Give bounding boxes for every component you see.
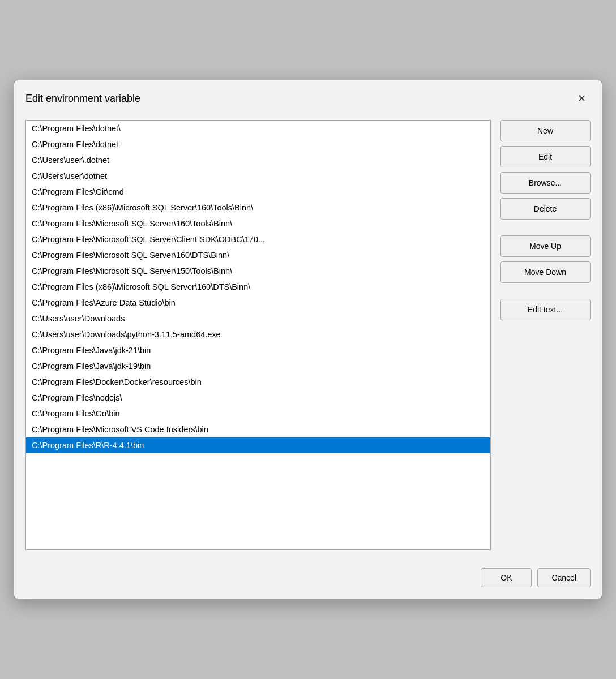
dialog-footer: OK Cancel	[14, 561, 602, 599]
list-item[interactable]: C:\Program Files\Azure Data Studio\bin	[26, 295, 490, 311]
edit-env-var-dialog: Edit environment variable ✕ C:\Program F…	[14, 80, 602, 599]
list-item[interactable]: C:\Program Files\dotnet	[26, 136, 490, 152]
edit-text-button[interactable]: Edit text...	[500, 299, 591, 320]
new-button[interactable]: New	[500, 120, 591, 141]
list-item[interactable]: C:\Users\user\dotnet	[26, 168, 490, 184]
move-down-button[interactable]: Move Down	[500, 261, 591, 283]
title-bar: Edit environment variable ✕	[14, 80, 602, 114]
list-item[interactable]: C:\Program Files\Microsoft SQL Server\Cl…	[26, 231, 490, 247]
spacer2	[500, 287, 591, 294]
dialog-content: C:\Program Files\dotnet\C:\Program Files…	[14, 114, 602, 561]
list-item[interactable]: C:\Program Files (x86)\Microsoft SQL Ser…	[26, 279, 490, 295]
cancel-button[interactable]: Cancel	[537, 568, 591, 587]
env-var-list[interactable]: C:\Program Files\dotnet\C:\Program Files…	[25, 120, 491, 550]
spacer1	[500, 224, 591, 231]
list-item[interactable]: C:\Program Files\dotnet\	[26, 121, 490, 136]
list-item[interactable]: C:\Program Files\Java\jdk-21\bin	[26, 342, 490, 358]
list-item[interactable]: C:\Program Files\Go\bin	[26, 406, 490, 422]
delete-button[interactable]: Delete	[500, 198, 591, 220]
list-item[interactable]: C:\Program Files\R\R-4.4.1\bin	[26, 437, 490, 453]
browse-button[interactable]: Browse...	[500, 172, 591, 194]
action-buttons-panel: New Edit Browse... Delete Move Up Move D…	[500, 120, 591, 320]
list-item[interactable]: C:\Program Files\Docker\Docker\resources…	[26, 374, 490, 390]
list-item[interactable]: C:\Program Files (x86)\Microsoft SQL Ser…	[26, 200, 490, 216]
list-item[interactable]: C:\Program Files\Microsoft SQL Server\15…	[26, 263, 490, 279]
list-item[interactable]: C:\Program Files\Microsoft VS Code Insid…	[26, 422, 490, 437]
list-item[interactable]: C:\Users\user\Downloads	[26, 311, 490, 326]
ok-button[interactable]: OK	[481, 568, 532, 587]
list-item[interactable]: C:\Program Files\Microsoft SQL Server\16…	[26, 247, 490, 263]
dialog-title: Edit environment variable	[25, 93, 140, 105]
list-item[interactable]: C:\Program Files\Java\jdk-19\bin	[26, 358, 490, 374]
list-item[interactable]: C:\Program Files\nodejs\	[26, 390, 490, 406]
close-button[interactable]: ✕	[572, 89, 591, 108]
move-up-button[interactable]: Move Up	[500, 235, 591, 257]
list-item[interactable]: C:\Program Files\Git\cmd	[26, 184, 490, 200]
list-item[interactable]: C:\Users\user\.dotnet	[26, 152, 490, 168]
list-item[interactable]: C:\Users\user\Downloads\python-3.11.5-am…	[26, 326, 490, 342]
list-item[interactable]: C:\Program Files\Microsoft SQL Server\16…	[26, 216, 490, 231]
edit-button[interactable]: Edit	[500, 146, 591, 167]
